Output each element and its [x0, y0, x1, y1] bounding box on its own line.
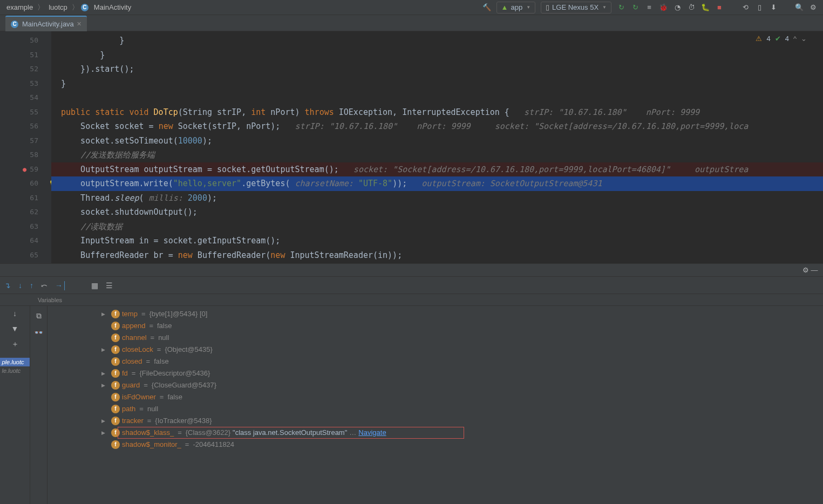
sync-icon[interactable]: ⟲: [741, 3, 750, 12]
filter-icon[interactable]: ▼: [11, 324, 19, 333]
trace-icon[interactable]: ☰: [106, 281, 113, 290]
profiler-icon[interactable]: ◔: [673, 3, 682, 12]
step-out-icon[interactable]: ↑: [30, 281, 33, 290]
debug-icon[interactable]: ≡: [645, 3, 654, 12]
expand-caret-icon[interactable]: ▶: [101, 308, 109, 320]
variable-row[interactable]: ▶f shadow$_klass_ = {Class@3622} "class …: [47, 427, 823, 439]
breadcrumb: example 〉 luotcp 〉 C MainActivity: [0, 2, 482, 12]
thread-item[interactable]: le.luotc: [0, 366, 30, 375]
variable-row[interactable]: ▶f temp = {byte[1]@5434} [0]: [47, 308, 823, 320]
settings-icon[interactable]: ⚙: [809, 3, 818, 12]
line-number[interactable]: 51: [0, 48, 51, 63]
line-number[interactable]: 50: [0, 33, 51, 48]
line-number[interactable]: 56: [0, 119, 51, 134]
expand-caret-icon[interactable]: ▶: [101, 367, 109, 379]
expand-caret-icon[interactable]: ▶: [101, 344, 109, 356]
tab-mainactivity[interactable]: C MainActivity.java ✕: [5, 16, 87, 31]
var-name: isFdOwner: [122, 391, 156, 403]
line-number[interactable]: 55: [0, 105, 51, 120]
field-icon: f: [111, 369, 120, 378]
threads-list[interactable]: ple.luotc le.luotc: [0, 358, 30, 375]
code-content[interactable]: } } }).start(); } public static void DoT…: [51, 31, 823, 263]
expand-caret-icon[interactable]: ▶: [101, 379, 109, 391]
bug-icon[interactable]: 🐞: [659, 3, 668, 12]
variable-row[interactable]: f isFdOwner = false: [47, 391, 823, 403]
field-icon: f: [111, 428, 120, 437]
line-number[interactable]: 52: [0, 62, 51, 77]
var-name: path: [122, 403, 135, 415]
equals-sign: =: [132, 367, 136, 379]
step-over-icon[interactable]: ↴: [4, 281, 11, 290]
line-number[interactable]: 57: [0, 134, 51, 148]
line-number[interactable]: 60: [0, 176, 51, 191]
search-icon[interactable]: 🔍: [795, 3, 804, 12]
line-number[interactable]: 59: [0, 162, 51, 177]
variable-row[interactable]: f closed = false: [47, 356, 823, 367]
device-selector[interactable]: ▯ LGE Nexus 5X ▼: [541, 2, 611, 13]
variable-row[interactable]: f append = false: [47, 320, 823, 332]
close-icon[interactable]: ✕: [77, 21, 81, 28]
android-icon: ▲: [501, 3, 508, 11]
expand-caret-icon[interactable]: ▶: [101, 415, 109, 427]
apply-changes-icon[interactable]: ↻: [631, 3, 640, 12]
thread-item[interactable]: ple.luotc: [0, 358, 30, 366]
run-config-selector[interactable]: ▲ app ▼: [496, 2, 536, 13]
line-number[interactable]: 62: [0, 205, 51, 220]
line-number[interactable]: 54: [0, 91, 51, 105]
gutter[interactable]: 50 51 52 53 54 55 56 57 58 59 60 61 62 6…: [0, 31, 51, 263]
var-value: -2046411824: [193, 439, 234, 451]
bc-mainactivity[interactable]: MainActivity: [92, 2, 133, 12]
debug-side-toolbar: ⧉ 👓: [30, 306, 47, 504]
variable-row[interactable]: ▶f guard = {CloseGuard@5437}: [47, 379, 823, 391]
var-value: null: [158, 332, 169, 344]
line-number[interactable]: 58: [0, 148, 51, 162]
gear-icon[interactable]: ⚙: [801, 266, 810, 275]
drop-frame-icon[interactable]: ⤺: [41, 281, 47, 290]
code-editor[interactable]: ⚠4 ✔4 ^ ⌄ 50 51 52 53 54 55 56 57 58 59 …: [0, 31, 823, 263]
speed-icon[interactable]: ⏱: [687, 3, 696, 12]
variable-row[interactable]: f shadow$_monitor_ = -2046411824: [47, 439, 823, 451]
bc-luotcp[interactable]: luotcp: [46, 2, 70, 12]
run-icon[interactable]: ↻: [617, 3, 625, 12]
var-value: {FileDescriptor@5436}: [139, 367, 210, 379]
field-icon: f: [111, 440, 120, 449]
attach-icon[interactable]: 🐛: [701, 3, 710, 12]
sdk-icon[interactable]: ⬇: [769, 3, 778, 12]
chevron-down-icon: ▼: [602, 5, 607, 10]
run-to-cursor-icon[interactable]: →│: [55, 281, 67, 290]
line-number[interactable]: 65: [0, 248, 51, 263]
var-value: {IoTracker@5438}: [155, 415, 212, 427]
debug-panel-header: ⚙ —: [0, 264, 823, 277]
avd-icon[interactable]: ▯: [755, 3, 764, 12]
equals-sign: =: [147, 415, 152, 427]
toolbar-actions: 🔨 ▲ app ▼ ▯ LGE Nexus 5X ▼ ↻ ↻ ≡ 🐞 ◔ ⏱ 🐛…: [482, 2, 823, 13]
variable-row[interactable]: ▶f fd = {FileDescriptor@5436}: [47, 367, 823, 379]
variable-row[interactable]: f channel = null: [47, 332, 823, 344]
equals-sign: =: [139, 403, 144, 415]
evaluate-icon[interactable]: ▦: [91, 281, 98, 290]
line-number[interactable]: 63: [0, 220, 51, 234]
expand-caret-icon[interactable]: ▶: [101, 427, 109, 439]
line-number[interactable]: 64: [0, 234, 51, 248]
top-toolbar: example 〉 luotcp 〉 C MainActivity 🔨 ▲ ap…: [0, 0, 823, 15]
navigate-link[interactable]: Navigate: [358, 427, 386, 439]
bc-example[interactable]: example: [4, 2, 35, 12]
line-number[interactable]: 53: [0, 77, 51, 91]
var-value: false: [167, 391, 182, 403]
var-name: closeLock: [122, 344, 153, 356]
minimize-icon[interactable]: —: [810, 266, 819, 275]
variable-row[interactable]: ▶f closeLock = {Object@5435}: [47, 344, 823, 356]
glasses-icon[interactable]: 👓: [34, 328, 43, 337]
variable-row[interactable]: f path = null: [47, 403, 823, 415]
variables-tree[interactable]: ▶f temp = {byte[1]@5434} [0]f append = f…: [47, 306, 823, 504]
step-into-icon[interactable]: ↓: [18, 281, 22, 290]
ellipsis: …: [349, 427, 356, 439]
line-number[interactable]: 61: [0, 191, 51, 206]
variable-row[interactable]: ▶f tracker = {IoTracker@5438}: [47, 415, 823, 427]
arrow-down-icon[interactable]: ↓: [13, 309, 17, 318]
stop-icon[interactable]: ■: [715, 3, 724, 12]
var-name: guard: [122, 379, 140, 391]
add-icon[interactable]: ＋: [11, 339, 19, 349]
hammer-icon[interactable]: 🔨: [482, 3, 491, 12]
copy-icon[interactable]: ⧉: [36, 311, 42, 321]
